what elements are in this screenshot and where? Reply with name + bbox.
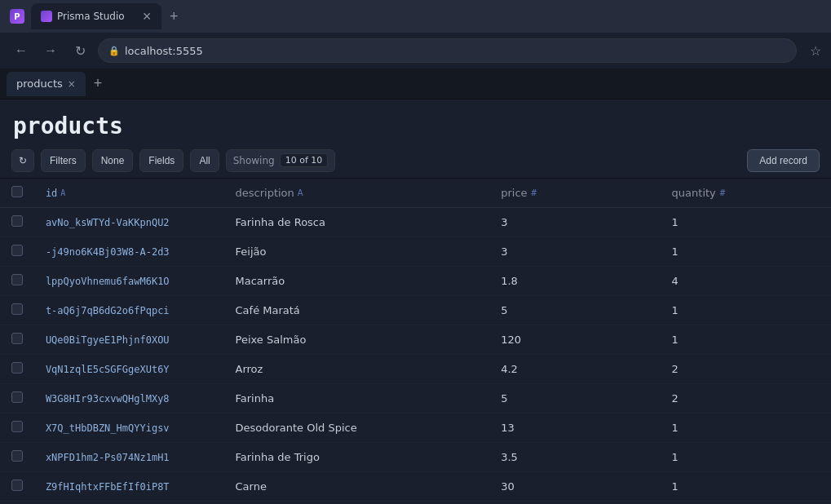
row-checkbox-cell (0, 472, 34, 502)
row-checkbox[interactable] (11, 362, 23, 374)
col-header-id[interactable]: id A (34, 179, 224, 208)
table-row[interactable]: lppQyoVhnemu6fawM6K1O Macarrão 1.8 4 (0, 267, 831, 296)
table-body: avNo_ksWTYd-VaKKpnQU2 Farinha de Rosca 3… (0, 208, 831, 502)
col-sort-quantity: quantity # (672, 187, 727, 199)
row-checkbox[interactable] (11, 391, 23, 403)
row-checkbox[interactable] (11, 450, 23, 462)
cell-quantity: 1 (661, 325, 831, 355)
fields-value: All (199, 155, 210, 166)
fields-button[interactable]: Fields (139, 149, 183, 172)
browser-tab-bar: Prisma Studio ✕ + (31, 3, 821, 29)
fields-label: Fields (148, 155, 175, 166)
cell-price: 1.8 (489, 267, 660, 296)
forward-button[interactable]: → (39, 39, 62, 62)
add-record-button[interactable]: Add record (747, 149, 820, 172)
cell-id: UQe0BiTgyeE1Phjnf0XOU (34, 325, 224, 355)
col-desc-sort-icon: A (298, 188, 303, 197)
lock-icon: 🔒 (108, 46, 120, 56)
row-checkbox[interactable] (11, 245, 23, 256)
tab-favicon (41, 11, 52, 22)
col-header-quantity[interactable]: quantity # (661, 179, 831, 208)
refresh-button[interactable]: ↻ (11, 149, 34, 172)
cell-price: 3 (489, 237, 660, 267)
app-tab-strip: products × + (0, 69, 831, 99)
reload-button[interactable]: ↻ (69, 39, 91, 62)
cell-id: avNo_ksWTYd-VaKKpnQU2 (34, 208, 224, 237)
app-tab-products[interactable]: products × (7, 72, 86, 96)
row-checkbox-cell (0, 384, 34, 413)
fields-value-button[interactable]: All (190, 149, 219, 172)
cell-quantity: 1 (661, 208, 831, 237)
address-bar[interactable]: 🔒 localhost:5555 (98, 38, 797, 63)
col-sort-id: id A (46, 188, 65, 199)
table-header-row: id A description A price # (0, 179, 831, 208)
cell-price: 30 (489, 472, 660, 502)
cell-price: 3 (489, 208, 660, 237)
table-row[interactable]: t-aQ6j7qB6dG2o6fPqpci Café Maratá 5 1 (0, 296, 831, 325)
app-new-tab-button[interactable]: + (89, 75, 108, 92)
app-tab-label: products (16, 77, 63, 90)
address-text: localhost:5555 (125, 45, 203, 57)
products-table: id A description A price # (0, 179, 831, 502)
browser-tab[interactable]: Prisma Studio ✕ (31, 3, 161, 29)
cell-description: Farinha de Rosca (224, 208, 490, 237)
select-all-checkbox[interactable] (11, 186, 23, 197)
row-checkbox[interactable] (11, 274, 23, 285)
browser-new-tab-button[interactable]: + (165, 5, 183, 29)
browser-titlebar: P Prisma Studio ✕ + (0, 0, 831, 33)
cell-id: Z9fHIqhtxFFbEfIf0iP8T (34, 472, 224, 502)
row-checkbox[interactable] (11, 480, 23, 491)
cell-id: VqN1zqlE5cSGFGgeXUt6Y (34, 355, 224, 384)
col-id-label: id (46, 188, 57, 199)
table-row[interactable]: Z9fHIqhtxFFbEfIf0iP8T Carne 30 1 (0, 472, 831, 502)
col-qty-sort-icon: # (719, 188, 726, 197)
cell-description: Carne (224, 472, 490, 502)
browser-nav-bar: ← → ↻ 🔒 localhost:5555 ☆ (0, 33, 831, 69)
cell-quantity: 2 (661, 355, 831, 384)
col-price-sort-icon: # (531, 188, 537, 197)
col-header-price[interactable]: price # (489, 179, 660, 208)
row-checkbox-cell (0, 443, 34, 472)
cell-id: X7Q_tHbDBZN_HmQYYigsv (34, 413, 224, 443)
table-row[interactable]: xNPFD1hm2-Ps074Nz1mH1 Farinha de Trigo 3… (0, 443, 831, 472)
cell-price: 5 (489, 296, 660, 325)
col-header-description[interactable]: description A (224, 179, 490, 208)
page-title-bar: products (0, 99, 831, 143)
filters-label: Filters (50, 155, 77, 166)
app-tab-close-icon[interactable]: × (68, 78, 76, 90)
row-checkbox-cell (0, 296, 34, 325)
cell-price: 3.5 (489, 443, 660, 472)
back-button[interactable]: ← (10, 39, 33, 62)
row-checkbox-cell (0, 355, 34, 384)
showing-count: 10 of 10 (280, 153, 329, 167)
row-checkbox[interactable] (11, 421, 23, 432)
cell-description: Feijão (224, 237, 490, 267)
filters-button[interactable]: Filters (41, 149, 86, 172)
cell-quantity: 2 (661, 384, 831, 413)
cell-price: 120 (489, 325, 660, 355)
page-title: products (13, 113, 123, 139)
refresh-icon: ↻ (19, 155, 27, 166)
table-row[interactable]: UQe0BiTgyeE1Phjnf0XOU Peixe Salmão 120 1 (0, 325, 831, 355)
cell-id: t-aQ6j7qB6dG2o6fPqpci (34, 296, 224, 325)
filters-value-button[interactable]: None (92, 149, 134, 172)
cell-price: 5 (489, 384, 660, 413)
cell-description: Farinha de Trigo (224, 443, 490, 472)
table-row[interactable]: VqN1zqlE5cSGFGgeXUt6Y Arroz 4.2 2 (0, 355, 831, 384)
table-row[interactable]: -j49no6K4Bj03W8-A-2d3 Feijão 3 1 (0, 237, 831, 267)
bookmark-button[interactable]: ☆ (810, 43, 821, 59)
row-checkbox[interactable] (11, 215, 23, 227)
table-row[interactable]: avNo_ksWTYd-VaKKpnQU2 Farinha de Rosca 3… (0, 208, 831, 237)
toolbar: ↻ Filters None Fields All Showing 10 of … (0, 143, 831, 179)
row-checkbox[interactable] (11, 333, 23, 344)
table-row[interactable]: X7Q_tHbDBZN_HmQYYigsv Desodorante Old Sp… (0, 413, 831, 443)
col-price-label: price (501, 187, 527, 199)
row-checkbox[interactable] (11, 303, 23, 315)
cell-description: Arroz (224, 355, 490, 384)
cell-description: Desodorante Old Spice (224, 413, 490, 443)
col-sort-description: description A (236, 187, 303, 199)
cell-id: -j49no6K4Bj03W8-A-2d3 (34, 237, 224, 267)
browser-tab-close-icon[interactable]: ✕ (142, 11, 152, 22)
table-row[interactable]: W3G8HIr93cxvwQHglMXy8 Farinha 5 2 (0, 384, 831, 413)
row-checkbox-cell (0, 237, 34, 267)
